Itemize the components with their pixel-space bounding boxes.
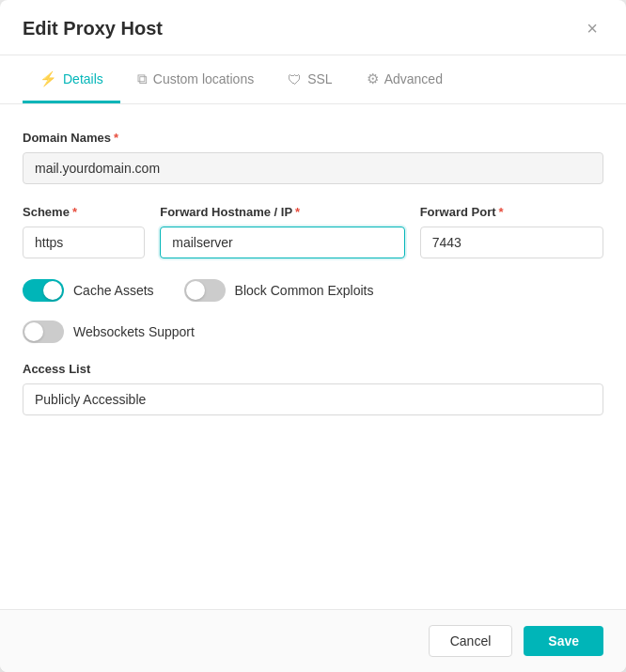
cache-assets-toggle-item: Cache Assets: [23, 279, 154, 302]
tab-advanced[interactable]: ⚙ Advanced: [350, 55, 460, 103]
block-exploits-knob: [186, 281, 205, 300]
modal-body: Domain Names * Scheme * Forward Hostname…: [0, 104, 626, 609]
close-button[interactable]: ×: [581, 17, 603, 39]
modal-footer: Cancel Save: [0, 609, 626, 672]
cache-assets-knob: [43, 281, 62, 300]
connection-fields: Scheme * Forward Hostname / IP * Forward…: [23, 205, 603, 258]
domain-names-input[interactable]: [23, 152, 603, 184]
save-button[interactable]: Save: [524, 626, 603, 656]
port-label: Forward Port *: [420, 205, 603, 219]
required-star: *: [114, 131, 118, 145]
port-group: Forward Port *: [420, 205, 603, 258]
tab-ssl[interactable]: 🛡 SSL: [271, 56, 349, 103]
hostname-group: Forward Hostname / IP *: [160, 205, 404, 258]
hostname-label: Forward Hostname / IP *: [160, 205, 404, 219]
block-exploits-toggle-item: Block Common Exploits: [184, 279, 374, 302]
access-list-group: Access List: [23, 362, 603, 415]
scheme-input[interactable]: [23, 227, 145, 258]
tab-details[interactable]: ⚡ Details: [23, 55, 120, 103]
edit-proxy-host-modal: Edit Proxy Host × ⚡ Details ⧉ Custom loc…: [0, 0, 626, 672]
block-exploits-label: Block Common Exploits: [235, 283, 374, 298]
modal-title: Edit Proxy Host: [23, 18, 163, 39]
websockets-knob: [24, 322, 43, 341]
cache-assets-toggle[interactable]: [23, 279, 64, 302]
websockets-toggle-item: Websockets Support: [23, 320, 195, 343]
custom-locations-icon: ⧉: [137, 70, 148, 87]
cancel-button[interactable]: Cancel: [429, 625, 513, 657]
modal-header: Edit Proxy Host ×: [0, 0, 626, 55]
domain-names-label: Domain Names *: [23, 131, 603, 145]
scheme-group: Scheme *: [23, 205, 145, 258]
websockets-toggle[interactable]: [23, 320, 64, 343]
access-list-input[interactable]: [23, 383, 603, 415]
hostname-input[interactable]: [160, 227, 404, 258]
block-exploits-toggle[interactable]: [184, 279, 226, 302]
tab-bar: ⚡ Details ⧉ Custom locations 🛡 SSL ⚙ Adv…: [0, 55, 626, 104]
port-input[interactable]: [420, 227, 603, 258]
scheme-label: Scheme *: [23, 205, 145, 219]
block-exploits-track[interactable]: [184, 279, 226, 302]
domain-names-group: Domain Names *: [23, 131, 603, 184]
details-icon: ⚡: [39, 70, 57, 87]
ssl-icon: 🛡: [288, 71, 302, 87]
websockets-label: Websockets Support: [73, 324, 195, 339]
cache-assets-track[interactable]: [23, 279, 64, 302]
toggles-row-1: Cache Assets Block Common Exploits: [23, 279, 603, 302]
websockets-track[interactable]: [23, 320, 64, 343]
tab-custom-locations[interactable]: ⧉ Custom locations: [120, 55, 271, 103]
toggles-row-2: Websockets Support: [23, 320, 603, 343]
access-list-label: Access List: [23, 362, 603, 376]
cache-assets-label: Cache Assets: [73, 283, 154, 298]
advanced-icon: ⚙: [367, 70, 379, 87]
